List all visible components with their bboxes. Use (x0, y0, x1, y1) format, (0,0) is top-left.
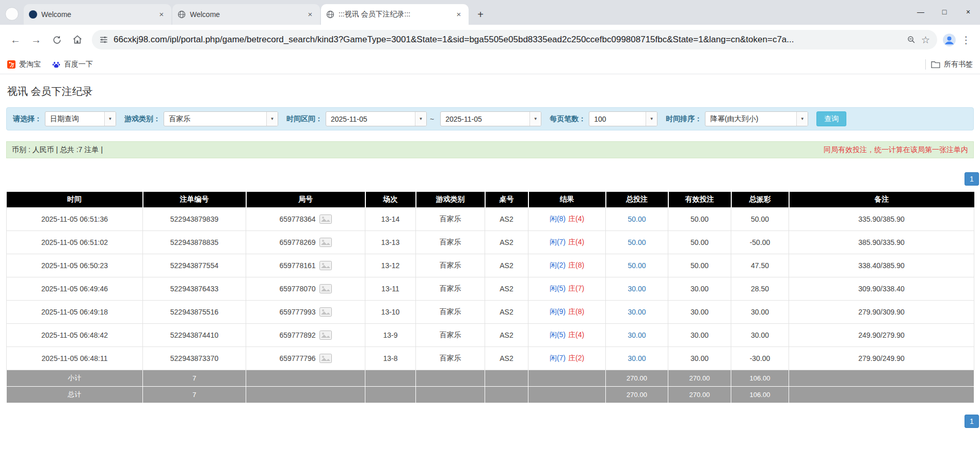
game-result-image-icon[interactable] (319, 238, 332, 247)
all-bookmarks-button[interactable]: 所有书签 (931, 60, 973, 69)
tab-close-icon[interactable]: × (157, 10, 166, 19)
cell-bet-id: 522943873370 (143, 346, 246, 370)
table-row: 2025-11-05 06:50:23 522943877554 6597781… (7, 254, 974, 277)
bookmark-star-icon[interactable]: ☆ (921, 34, 930, 46)
tab-welcome-1[interactable]: Welcome × (24, 4, 171, 25)
browser-menu-icon[interactable]: ⋮ (958, 34, 974, 46)
empty-cell (365, 386, 416, 403)
total-bet-link[interactable]: 50.00 (628, 215, 646, 223)
site-settings-icon[interactable] (99, 35, 108, 44)
total-bet-link[interactable]: 30.00 (628, 331, 646, 339)
result-player: 闲(7) (550, 238, 566, 246)
date-to-select[interactable]: 2025-11-05 ▼ (440, 111, 541, 126)
home-icon[interactable] (68, 30, 87, 49)
sort-order-value: 降幂(由大到小) (705, 114, 796, 124)
cell-bet-id: 522943876433 (143, 277, 246, 300)
window-close-button[interactable]: × (956, 0, 980, 24)
cell-round: 659777796 (246, 346, 365, 370)
chevron-down-icon[interactable]: ▼ (646, 112, 657, 126)
cell-session: 13-8 (365, 346, 416, 370)
sort-order-select[interactable]: 降幂(由大到小) ▼ (705, 111, 808, 126)
subtotal-total-bet: 270.00 (606, 370, 668, 386)
cell-session: 13-10 (365, 300, 416, 323)
baidu-icon (52, 60, 60, 69)
cell-result: 闲(9)庄(8) (528, 300, 606, 323)
table-row: 2025-11-05 06:51:36 522943879839 6597783… (7, 207, 974, 230)
game-type-select[interactable]: 百家乐 ▼ (164, 111, 278, 126)
cell-total-bet: 30.00 (606, 346, 668, 370)
back-icon[interactable]: ← (6, 30, 25, 49)
chevron-down-icon[interactable]: ▼ (415, 112, 426, 126)
date-range-separator: ~ (430, 115, 434, 123)
empty-cell (789, 386, 974, 403)
total-label: 总计 (7, 386, 143, 403)
date-from-select[interactable]: 2025-11-05 ▼ (326, 111, 427, 126)
total-payout: 106.00 (731, 386, 789, 403)
bookmark-baidu[interactable]: 百度一下 (52, 60, 93, 69)
tab-welcome-2[interactable]: Welcome × (172, 4, 320, 25)
window-minimize-button[interactable]: — (909, 0, 933, 24)
col-payout: 总派彩 (731, 192, 789, 207)
cell-result: 闲(5)庄(4) (528, 323, 606, 346)
url-text[interactable]: 66cxkj98.com/ipl/portal.php/game/betreco… (114, 35, 902, 45)
cell-valid-bet: 50.00 (668, 254, 731, 277)
game-result-image-icon[interactable] (319, 214, 332, 224)
subtotal-valid-bet: 270.00 (668, 370, 731, 386)
profile-icon[interactable] (942, 33, 956, 47)
subtotal-count: 7 (143, 370, 246, 386)
empty-cell (365, 370, 416, 386)
game-result-image-icon[interactable] (319, 307, 332, 317)
cell-remark: 249.90/279.90 (789, 323, 974, 346)
chevron-down-icon[interactable]: ▼ (266, 112, 278, 126)
reload-icon[interactable] (47, 30, 66, 49)
total-bet-link[interactable]: 30.00 (628, 354, 646, 362)
total-bet-link[interactable]: 30.00 (628, 285, 646, 293)
game-type-value: 百家乐 (164, 114, 266, 124)
empty-cell (485, 386, 528, 403)
cell-result: 闲(2)庄(8) (528, 254, 606, 277)
query-type-value: 日期查询 (45, 114, 104, 124)
total-bet-link[interactable]: 50.00 (628, 238, 646, 246)
empty-cell (416, 386, 485, 403)
search-button[interactable]: 查询 (816, 111, 846, 126)
result-player: 闲(8) (550, 214, 566, 223)
total-bet-link[interactable]: 50.00 (628, 261, 646, 270)
chevron-down-icon[interactable]: ▼ (796, 112, 808, 126)
game-result-image-icon[interactable] (319, 354, 332, 363)
total-bet-link[interactable]: 30.00 (628, 308, 646, 316)
zoom-icon[interactable] (907, 35, 916, 44)
cell-total-bet: 30.00 (606, 277, 668, 300)
game-result-image-icon[interactable] (319, 331, 332, 340)
date-range-label: 时间区间： (286, 114, 323, 124)
cell-game: 百家乐 (416, 277, 485, 300)
new-tab-button[interactable]: + (473, 7, 488, 22)
site-favicon-icon (29, 10, 37, 19)
forward-icon[interactable]: → (27, 30, 45, 49)
tab-close-icon[interactable]: × (306, 10, 315, 19)
result-player: 闲(2) (550, 261, 566, 269)
cell-payout: 30.00 (731, 323, 789, 346)
bookmarks-divider (925, 59, 926, 70)
tab-bet-records-active[interactable]: :::视讯 会员下注纪录::: × (321, 4, 469, 25)
pagination-page-1-top[interactable]: 1 (965, 172, 979, 186)
address-bar[interactable]: 66cxkj98.com/ipl/portal.php/game/betreco… (92, 30, 937, 50)
game-result-image-icon[interactable] (319, 284, 332, 293)
table-row: 2025-11-05 06:49:46 522943876433 6597780… (7, 277, 974, 300)
game-result-image-icon[interactable] (319, 261, 332, 270)
bookmark-aitaobao[interactable]: 爱淘宝 (7, 60, 41, 69)
query-type-select[interactable]: 日期查询 ▼ (45, 111, 116, 126)
chevron-down-icon[interactable]: ▼ (104, 112, 116, 126)
pagination-page-1-bottom[interactable]: 1 (965, 415, 979, 428)
cell-result: 闲(7)庄(2) (528, 346, 606, 370)
cell-payout: 30.00 (731, 300, 789, 323)
page-size-select[interactable]: 100 ▼ (589, 111, 657, 126)
window-maximize-button[interactable]: □ (933, 0, 956, 24)
tab-close-icon[interactable]: × (454, 10, 463, 19)
col-remark: 备注 (789, 192, 974, 207)
empty-cell (789, 370, 974, 386)
folder-icon (931, 60, 940, 69)
chevron-down-icon[interactable]: ▼ (529, 112, 541, 126)
profile-badge-icon[interactable] (5, 7, 19, 21)
tab-title: Welcome (190, 10, 301, 19)
cell-payout: 28.50 (731, 277, 789, 300)
